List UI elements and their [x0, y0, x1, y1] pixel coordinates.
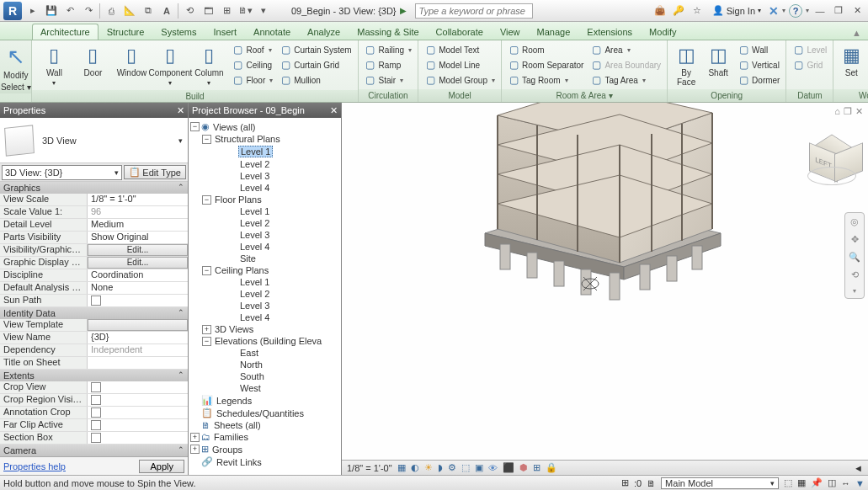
visual-style-icon[interactable]: ◐	[411, 462, 419, 473]
close-views-icon[interactable]: ⊞	[219, 3, 234, 19]
group-graphics[interactable]: Graphics⌃	[0, 182, 188, 194]
prop-row[interactable]: View Template	[0, 319, 188, 332]
tree-node[interactable]: −Floor Plans	[190, 194, 339, 205]
modify-arrow-icon[interactable]: ↖	[0, 40, 31, 70]
prop-row[interactable]: View Name{3D}	[0, 332, 188, 344]
tab-extensions[interactable]: Extensions	[578, 24, 641, 40]
worksets-icon[interactable]: ⊞	[621, 477, 629, 488]
tree-node[interactable]: Level 2	[190, 288, 339, 300]
tab-collaborate[interactable]: Collaborate	[428, 24, 492, 40]
room-separator-button[interactable]: ▢Room Separator	[505, 57, 586, 72]
select-pinned-icon[interactable]: 📌	[811, 477, 823, 488]
tree-node[interactable]: −Elevations (Building Eleva	[190, 335, 339, 347]
viewport-restore-icon[interactable]: ❐	[844, 106, 852, 117]
save-icon[interactable]: 💾	[44, 3, 59, 19]
room-button[interactable]: ▢Room	[505, 42, 586, 57]
mullion-button[interactable]: ▢Mullion	[277, 72, 354, 88]
tree-node[interactable]: South	[190, 370, 339, 382]
tag-icon[interactable]: ⧉	[141, 3, 156, 19]
select-underlay-icon[interactable]: ▦	[797, 477, 806, 488]
sun-path-icon[interactable]: ☀	[424, 462, 433, 473]
modify-label[interactable]: Modify	[0, 70, 31, 81]
tree-node[interactable]: Level 4	[190, 241, 339, 253]
prop-row[interactable]: Parts VisibilityShow Original	[0, 232, 188, 244]
tab-analyze[interactable]: Analyze	[299, 24, 349, 40]
prop-row[interactable]: Crop Region Visible	[0, 394, 188, 407]
tree-node[interactable]: −Ceiling Plans	[190, 264, 339, 276]
prop-row[interactable]: Sun Path	[0, 295, 188, 307]
open-icon[interactable]: ▸	[25, 3, 40, 19]
reveal-icon[interactable]: ⬢	[519, 462, 528, 473]
tab-structure[interactable]: Structure	[99, 24, 153, 40]
viewport-close-icon[interactable]: ✕	[855, 106, 863, 117]
ramp-button[interactable]: ▢Ramp	[362, 57, 415, 72]
tab-systems[interactable]: Systems	[152, 24, 205, 40]
window-button[interactable]: ▯Window	[113, 42, 150, 80]
subscription-icon[interactable]: 👜	[652, 3, 668, 19]
viewport-3d[interactable]: ⌂ ❐ ✕ LEFT ◎ ✥ 🔍 ⟲ ▾	[342, 103, 868, 475]
temp-hide-icon[interactable]: ⬛	[503, 462, 514, 473]
steering-wheel-icon[interactable]: ◎	[850, 216, 859, 227]
prop-row[interactable]: DisciplineCoordination	[0, 269, 188, 282]
zoom-icon[interactable]: 🔍	[849, 252, 860, 263]
text-icon[interactable]: A	[159, 3, 174, 19]
unhide-icon[interactable]: 👁	[488, 463, 498, 473]
tab-manage[interactable]: Manage	[529, 24, 579, 40]
crop-show-icon[interactable]: ▣	[475, 462, 483, 473]
stair-button[interactable]: ▢Stair	[362, 72, 415, 88]
tag-area-button[interactable]: ▢Tag Area	[588, 72, 663, 88]
prop-row[interactable]: Title on Sheet	[0, 357, 188, 370]
undo-icon[interactable]: ↶	[62, 3, 77, 19]
prop-row[interactable]: Detail LevelMedium	[0, 219, 188, 232]
close-button[interactable]: ✕	[849, 5, 865, 16]
group-identity-data[interactable]: Identity Data⌃	[0, 307, 188, 319]
door-button[interactable]: ▯Door	[74, 42, 111, 80]
tree-node[interactable]: Level 4	[190, 182, 339, 194]
tree-node[interactable]: Level 3	[190, 229, 339, 241]
tree-node[interactable]: +🗂Families	[190, 431, 339, 443]
recent-icon[interactable]: 🗎▾	[237, 3, 253, 19]
tab-modify[interactable]: Modify	[641, 24, 684, 40]
orbit-icon[interactable]: ⟲	[851, 269, 859, 280]
properties-help-link[interactable]: Properties help	[3, 461, 66, 471]
tree-node[interactable]: 📋Schedules/Quantities	[190, 407, 339, 419]
view-cube[interactable]: LEFT	[811, 136, 853, 178]
model-line-button[interactable]: ▢Model Line	[422, 57, 498, 72]
tab-view[interactable]: View	[492, 24, 529, 40]
measure-icon[interactable]: 📐	[122, 3, 137, 19]
model-text-button[interactable]: ▢Model Text	[422, 42, 498, 57]
select-links-icon[interactable]: ⬚	[784, 477, 792, 488]
tab-architecture[interactable]: Architecture	[32, 24, 99, 40]
panel-label-room-area[interactable]: Room & Area ▾	[502, 89, 667, 102]
opening-wall-button[interactable]: ▢Wall	[735, 42, 782, 57]
close-icon[interactable]: ✕	[177, 105, 184, 116]
more-icon[interactable]: ▾	[256, 3, 271, 19]
keys-icon[interactable]: 🔑	[671, 3, 686, 19]
curtain-system-button[interactable]: ▢Curtain System	[277, 42, 354, 57]
ceiling-button[interactable]: ▢Ceiling	[229, 57, 275, 72]
type-preview[interactable]: 3D View ▾	[0, 118, 188, 163]
apply-button[interactable]: Apply	[139, 460, 184, 473]
ribbon-collapse-icon[interactable]: ▲	[845, 26, 868, 40]
tag-room-button[interactable]: ▢Tag Room	[505, 72, 586, 88]
tree-node[interactable]: 🔗Revit Links	[190, 455, 339, 468]
prop-row[interactable]: Visibility/Graphics Over...Edit...	[0, 244, 188, 257]
wall-button[interactable]: ▯Wall▾	[35, 42, 72, 90]
prop-row[interactable]: Annotation Crop	[0, 407, 188, 419]
redo-icon[interactable]: ↷	[81, 3, 96, 19]
scroll-left-icon[interactable]: ◄	[854, 463, 863, 473]
play-icon[interactable]: ▶	[400, 6, 407, 15]
favorite-icon[interactable]: ☆	[690, 3, 705, 19]
roof-button[interactable]: ▢Roof	[229, 42, 275, 57]
group-extents[interactable]: Extents⌃	[0, 370, 188, 381]
prop-row[interactable]: Graphic Display OptionsEdit...	[0, 257, 188, 269]
tree-node[interactable]: Level 4	[190, 312, 339, 323]
minimize-button[interactable]: —	[812, 6, 828, 16]
prop-row[interactable]: Section Box	[0, 432, 188, 445]
switch-icon[interactable]: 🗔	[200, 3, 216, 19]
opening-dormer-button[interactable]: ▢Dormer	[735, 72, 782, 88]
tab-massing-site[interactable]: Massing & Site	[349, 24, 427, 40]
tree-node[interactable]: West	[190, 382, 339, 394]
opening-vertical-button[interactable]: ▢Vertical	[735, 57, 782, 72]
area-button[interactable]: ▢Area	[588, 42, 663, 57]
